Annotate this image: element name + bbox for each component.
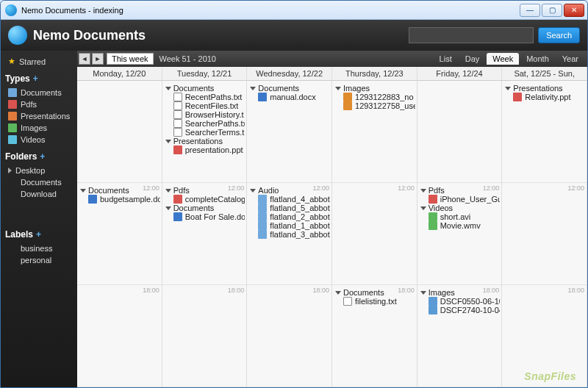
time-slot[interactable]: 18:00: [247, 285, 331, 387]
category-label: Documents: [343, 288, 384, 297]
collapse-icon: [335, 291, 341, 295]
sidebar-item-label-business[interactable]: business: [4, 242, 74, 254]
file-item[interactable]: flatland_1_abbot: [250, 221, 330, 230]
file-item[interactable]: flatland_5_abbot: [250, 204, 330, 212]
category-header[interactable]: Presentations: [165, 137, 245, 146]
calendar-toolbar: ◄ ► This week Week 51 - 2010 ListDayWeek…: [77, 51, 587, 67]
sidebar-item-folder-documents[interactable]: Documents: [4, 176, 74, 188]
category-header[interactable]: Presentations: [505, 84, 585, 93]
file-item[interactable]: iPhone_User_Gu: [420, 195, 501, 204]
sidebar-item-label: personal: [21, 256, 51, 265]
sidebar-item-label-personal[interactable]: personal: [4, 254, 74, 266]
time-slot[interactable]: [417, 81, 502, 183]
file-icon: [343, 101, 352, 110]
time-slot[interactable]: 18:00: [77, 285, 162, 387]
plus-icon[interactable]: +: [33, 73, 38, 84]
category-header[interactable]: Documents: [165, 204, 245, 212]
time-slot[interactable]: DocumentsRecentPaths.txtRecentFiles.txtB…: [162, 81, 247, 183]
view-tab-year[interactable]: Year: [556, 53, 584, 65]
time-slot[interactable]: [77, 81, 162, 183]
file-name: DSCF2740-10-04: [440, 306, 501, 315]
file-item[interactable]: flatland_3_abbot: [250, 230, 330, 239]
file-name: 1293122883_no: [355, 93, 414, 101]
file-item[interactable]: budgetsample.do: [80, 195, 160, 204]
file-item[interactable]: manual.docx: [250, 93, 330, 101]
time-slot[interactable]: 12:00: [332, 183, 417, 285]
sidebar-item-pdfs[interactable]: Pdfs: [4, 98, 74, 110]
file-item[interactable]: filelisting.txt: [335, 297, 415, 306]
view-tab-list[interactable]: List: [434, 53, 458, 65]
file-item[interactable]: RecentFiles.txt: [165, 101, 245, 110]
file-icon: [173, 119, 182, 128]
file-item[interactable]: short.avi: [420, 212, 501, 221]
search-button[interactable]: Search: [538, 27, 580, 43]
main-panel: ◄ ► This week Week 51 - 2010 ListDayWeek…: [77, 51, 587, 387]
next-week-button[interactable]: ►: [92, 53, 104, 65]
sidebar-item-images[interactable]: Images: [4, 122, 74, 134]
minimize-button[interactable]: —: [520, 4, 540, 17]
day-column: 12:00PdfsiPhone_User_GuVideosshort.aviMo…: [417, 81, 503, 387]
calendar-grid: 12:00Documentsbudgetsample.do18:00Docume…: [77, 81, 587, 387]
time-slot[interactable]: PresentationsRelativity.ppt: [502, 81, 587, 183]
category-label: Images: [343, 84, 370, 93]
time-slot[interactable]: 12:00Documentsbudgetsample.do: [77, 183, 162, 285]
plus-icon[interactable]: +: [40, 151, 45, 162]
sidebar-item-label: Starred: [19, 57, 46, 66]
file-item[interactable]: Movie.wmv: [420, 221, 501, 230]
sidebar-item-label: Videos: [21, 135, 45, 144]
file-item[interactable]: presentation.ppt: [165, 146, 245, 154]
file-item[interactable]: DSCF2740-10-04: [420, 306, 501, 315]
file-icon: [343, 297, 352, 306]
file-item[interactable]: BrowserHistory.t: [165, 110, 245, 119]
file-item[interactable]: DSCF0550-06-10: [420, 297, 501, 306]
file-item[interactable]: RecentPaths.txt: [165, 93, 245, 101]
sidebar-header-labels: Labels+: [5, 229, 74, 240]
time-slot[interactable]: 12:00: [502, 183, 587, 285]
time-slot[interactable]: Images1293122883_no1293122758_use: [332, 81, 417, 183]
file-icon: [429, 195, 437, 204]
category-label: Documents: [88, 186, 129, 195]
sidebar-item-desktop[interactable]: Desktop: [4, 165, 74, 176]
search-input[interactable]: [409, 27, 534, 43]
file-item[interactable]: Relativity.ppt: [505, 93, 585, 101]
close-button[interactable]: ✕: [564, 4, 584, 17]
sidebar-item-starred[interactable]: ★Starred: [4, 55, 74, 68]
file-item[interactable]: Boat For Sale.do: [165, 212, 245, 221]
category-header[interactable]: Images: [335, 84, 415, 93]
file-item[interactable]: 1293122758_use: [335, 101, 415, 110]
file-item[interactable]: flatland_2_abbot: [250, 212, 330, 221]
time-slot[interactable]: 18:00: [162, 285, 247, 387]
sidebar-item-download[interactable]: Download: [4, 188, 74, 200]
view-tab-month[interactable]: Month: [520, 53, 555, 65]
category-header[interactable]: Documents: [250, 84, 330, 93]
time-slot[interactable]: 12:00PdfsiPhone_User_GuVideosshort.aviMo…: [417, 183, 502, 285]
time-slot[interactable]: 18:00Documentsfilelisting.txt: [332, 285, 417, 387]
maximize-button[interactable]: ▢: [542, 4, 562, 17]
category-header[interactable]: Videos: [420, 204, 501, 212]
file-icon: [258, 230, 267, 239]
sidebar-item-videos[interactable]: Videos: [4, 134, 74, 146]
time-slot[interactable]: 12:00PdfscompleteCatalogDocumentsBoat Fo…: [162, 183, 247, 285]
app-header: Nemo Documents Search: [1, 20, 587, 51]
sidebar-item-label: Desktop: [15, 166, 45, 175]
plus-icon[interactable]: +: [36, 229, 41, 240]
file-item[interactable]: 1293122883_no: [335, 93, 415, 101]
time-slot[interactable]: 18:00ImagesDSCF0550-06-10DSCF2740-10-04: [417, 285, 502, 387]
view-tab-day[interactable]: Day: [459, 53, 486, 65]
prev-week-button[interactable]: ◄: [79, 53, 90, 65]
titlebar: Nemo Documents - indexing — ▢ ✕: [1, 1, 587, 20]
time-label: 12:00: [228, 184, 245, 192]
sidebar-item-documents[interactable]: Documents: [4, 87, 74, 98]
view-tab-week[interactable]: Week: [487, 53, 519, 65]
file-item[interactable]: completeCatalog: [165, 195, 245, 204]
category-header[interactable]: Documents: [165, 84, 245, 93]
file-item[interactable]: flatland_4_abbot: [250, 195, 330, 204]
file-item[interactable]: SearcherPaths.tx: [165, 119, 245, 128]
time-slot[interactable]: 12:00Audioflatland_4_abbotflatland_5_abb…: [247, 183, 331, 285]
category-label: Images: [429, 288, 455, 297]
sidebar-item-presentations[interactable]: Presentations: [4, 110, 74, 122]
file-name: 1293122758_use: [355, 101, 415, 110]
time-slot[interactable]: Documentsmanual.docx: [247, 81, 331, 183]
this-week-button[interactable]: This week: [107, 53, 154, 65]
file-item[interactable]: SearcherTerms.t: [165, 128, 245, 137]
